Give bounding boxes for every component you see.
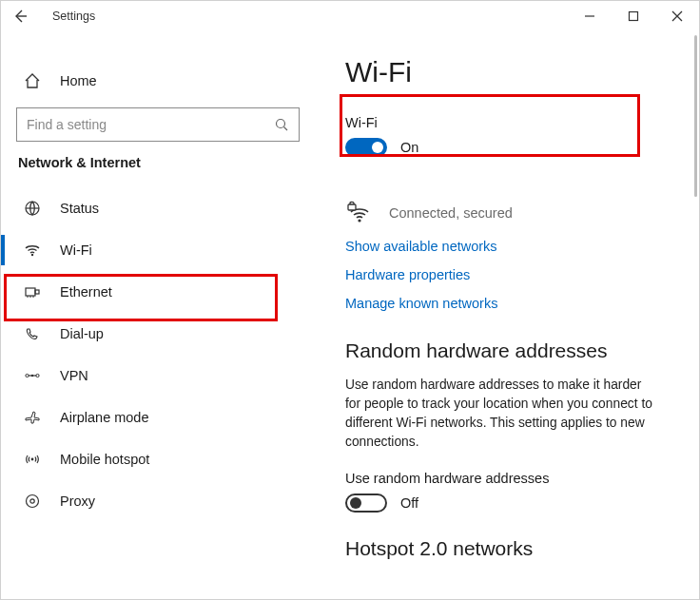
vpn-icon	[22, 367, 43, 384]
home-label: Home	[60, 73, 97, 88]
random-hw-toggle-state: Off	[400, 495, 418, 511]
link-show-networks[interactable]: Show available networks	[345, 239, 674, 254]
svg-rect-1	[630, 12, 638, 21]
ethernet-icon	[22, 283, 43, 300]
link-manage-known-networks[interactable]: Manage known networks	[345, 296, 674, 311]
secured-wifi-icon	[345, 201, 374, 225]
svg-point-12	[26, 374, 29, 377]
content-pane: Wi-Fi Wi-Fi On Connect	[315, 31, 699, 598]
sidebar: Home Find a setting Network & Internet S…	[1, 31, 315, 598]
page-title: Wi-Fi	[345, 56, 674, 88]
sidebar-item-ethernet[interactable]: Ethernet	[1, 271, 315, 313]
sidebar-item-label: Proxy	[60, 494, 95, 509]
sidebar-item-label: Wi-Fi	[60, 242, 92, 258]
sidebar-item-label: VPN	[60, 368, 88, 383]
svg-line-3	[284, 127, 288, 131]
svg-point-15	[31, 375, 33, 377]
random-hw-toggle[interactable]	[345, 494, 387, 513]
random-hw-description: Use random hardware addresses to make it…	[345, 376, 659, 452]
hotspot2-heading: Hotspot 2.0 networks	[345, 537, 674, 560]
wifi-toggle[interactable]	[345, 138, 387, 157]
sidebar-item-label: Ethernet	[60, 284, 112, 300]
svg-rect-8	[35, 290, 39, 294]
svg-point-6	[31, 254, 33, 256]
window-title: Settings	[52, 10, 95, 23]
sidebar-item-wifi[interactable]: Wi-Fi	[1, 229, 315, 271]
svg-point-17	[27, 495, 39, 508]
wifi-links: Show available networks Hardware propert…	[345, 239, 674, 311]
svg-point-18	[30, 499, 34, 503]
svg-rect-7	[26, 288, 35, 296]
sidebar-item-vpn[interactable]: VPN	[1, 355, 315, 397]
close-button[interactable]	[655, 1, 699, 31]
sidebar-item-label: Airplane mode	[60, 410, 149, 425]
connection-status-row: Connected, secured	[345, 201, 674, 225]
svg-point-19	[358, 219, 360, 222]
maximize-button[interactable]	[612, 1, 655, 31]
sidebar-item-label: Status	[60, 201, 99, 216]
sidebar-item-status[interactable]: Status	[1, 187, 315, 229]
search-placeholder: Find a setting	[27, 117, 274, 132]
sidebar-item-dialup[interactable]: Dial-up	[1, 313, 315, 355]
hotspot-icon	[22, 451, 43, 468]
sidebar-item-proxy[interactable]: Proxy	[1, 480, 315, 522]
wifi-toggle-state: On	[400, 140, 418, 155]
random-hw-heading: Random hardware addresses	[345, 339, 674, 362]
home-nav[interactable]: Home	[1, 60, 315, 102]
scrollbar[interactable]	[694, 35, 697, 197]
random-hw-toggle-label: Use random hardware addresses	[345, 471, 674, 486]
connection-status-text: Connected, secured	[389, 205, 513, 221]
sidebar-item-label: Dial-up	[60, 326, 104, 341]
sidebar-item-label: Mobile hotspot	[60, 452, 149, 467]
svg-point-13	[36, 374, 39, 377]
settings-window: Settings Home Find a setting	[0, 0, 700, 600]
svg-rect-20	[348, 204, 356, 210]
titlebar: Settings	[1, 1, 699, 31]
sidebar-item-hotspot[interactable]: Mobile hotspot	[1, 438, 315, 480]
wifi-toggle-label: Wi-Fi	[345, 115, 674, 130]
minimize-button[interactable]	[568, 1, 612, 31]
sidebar-item-airplane[interactable]: Airplane mode	[1, 397, 315, 438]
wifi-icon	[22, 242, 43, 259]
airplane-icon	[22, 409, 43, 426]
home-icon	[22, 72, 43, 89]
status-icon	[22, 200, 43, 217]
svg-point-2	[277, 120, 285, 128]
section-heading: Network & Internet	[18, 155, 315, 170]
proxy-icon	[22, 493, 43, 510]
back-button[interactable]	[12, 9, 35, 24]
wifi-toggle-section: Wi-Fi On	[345, 115, 674, 170]
search-input[interactable]: Find a setting	[16, 107, 300, 142]
link-hardware-properties[interactable]: Hardware properties	[345, 267, 674, 282]
dialup-icon	[22, 325, 43, 342]
svg-point-16	[31, 458, 34, 461]
search-icon	[274, 117, 289, 132]
